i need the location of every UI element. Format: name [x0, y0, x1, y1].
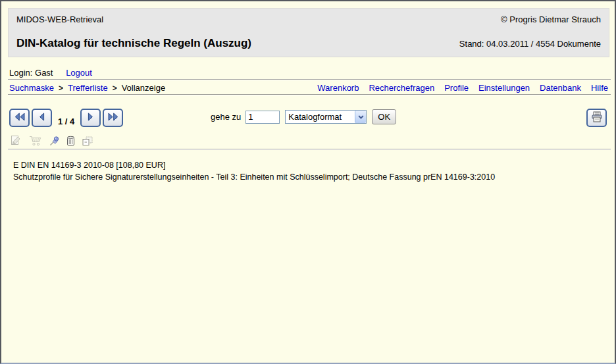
page-position: 1 / 4 [58, 117, 74, 126]
record-description-line: Schutzprofile für Sichere Signaturerstel… [13, 171, 495, 183]
last-page-button[interactable] [103, 109, 123, 127]
double-right-arrow-icon [108, 113, 118, 123]
login-label: Login: Gast [9, 68, 53, 78]
breadcrumb-suchmaske[interactable]: Suchmaske [9, 83, 54, 93]
print-button[interactable] [586, 109, 607, 127]
first-page-button[interactable] [9, 109, 30, 127]
delete-button[interactable] [66, 136, 75, 148]
app-title: MIDOS-WEB-Retrieval [16, 14, 103, 24]
right-arrow-icon [88, 113, 93, 123]
midos-web-page: MIDOS-WEB-Retrieval © Progris Dietmar St… [0, 0, 616, 364]
divider [8, 79, 611, 80]
goto-input[interactable] [245, 111, 280, 124]
nav-link-einstellungen[interactable]: Einstellungen [478, 83, 530, 93]
pin-button[interactable] [49, 136, 59, 148]
nav-link-datenbank[interactable]: Datenbank [540, 83, 581, 93]
trash-icon [66, 136, 75, 148]
goto-label: gehe zu [211, 112, 241, 122]
next-page-button[interactable] [80, 109, 101, 127]
nav-link-profile[interactable]: Profile [444, 83, 469, 93]
header: MIDOS-WEB-Retrieval © Progris Dietmar St… [8, 8, 609, 57]
prev-page-button[interactable] [32, 109, 52, 127]
record-display: E DIN EN 14169-3 2010-08 [108,80 EUR] Sc… [13, 159, 495, 183]
goto-group: gehe zu Katalogformat OK [211, 109, 396, 124]
breadcrumb-separator: > [59, 84, 63, 93]
nav-link-warenkorb[interactable]: Warenkorb [317, 83, 359, 93]
top-nav-links: Warenkorb Recherchefragen Profile Einste… [317, 83, 609, 93]
nav-link-hilfe[interactable]: Hilfe [591, 83, 608, 93]
breadcrumb-trefferliste[interactable]: Trefferliste [68, 83, 108, 93]
double-left-arrow-icon [14, 113, 25, 123]
divider [8, 94, 611, 95]
edit-icon [11, 135, 22, 148]
left-arrow-icon [39, 113, 45, 123]
format-select-value: Katalogformat [286, 112, 342, 122]
pager: 1 / 4 [9, 109, 123, 127]
copy-icon [82, 136, 93, 148]
record-toolbar [11, 135, 93, 148]
copyright-text: © Progris Dietmar Strauch [501, 14, 601, 24]
printer-icon [591, 111, 603, 124]
page-title: DIN-Katalog für technische Regeln (Auszu… [16, 37, 251, 50]
chevron-down-icon [355, 111, 366, 123]
cart-button[interactable] [29, 136, 42, 148]
nav-link-recherchefragen[interactable]: Recherchefragen [369, 83, 434, 93]
breadcrumb-row: Suchmaske > Trefferliste > Vollanzeige W… [9, 83, 609, 93]
breadcrumb-separator: > [113, 84, 117, 93]
pin-icon [49, 136, 59, 148]
copy-button[interactable] [82, 136, 93, 148]
record-title-line: E DIN EN 14169-3 2010-08 [108,80 EUR] [13, 159, 495, 171]
breadcrumb-vollanzeige: Vollanzeige [122, 83, 166, 93]
divider [8, 149, 611, 150]
logout-link[interactable]: Logout [66, 68, 92, 78]
breadcrumb: Suchmaske > Trefferliste > Vollanzeige [9, 83, 165, 93]
edit-button[interactable] [11, 135, 22, 148]
login-row: Login: Gast Logout [9, 68, 92, 78]
status-text: Stand: 04.03.2011 / 4554 Dokumente [459, 39, 601, 49]
ok-button[interactable]: OK [372, 109, 396, 124]
cart-icon [29, 136, 42, 148]
format-select[interactable]: Katalogformat [285, 110, 367, 124]
